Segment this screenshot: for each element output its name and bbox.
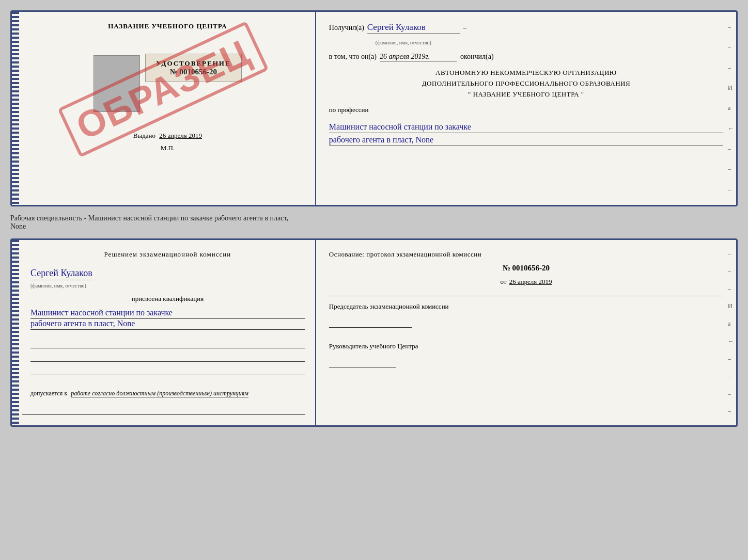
dash-4: И xyxy=(728,84,734,92)
bdash-7: – xyxy=(728,355,734,363)
photo-placeholder xyxy=(93,55,140,112)
middle-text-line1: Рабочая специальность - Машинист насосно… xyxy=(10,214,288,222)
dopusk-prefix: допускается к xyxy=(30,390,67,397)
okonchil-text: окончил(а) xyxy=(460,53,494,61)
bottom-name: Сергей Кулаков xyxy=(30,268,92,280)
udostoverenie-number: № 0010656-20 xyxy=(156,68,230,76)
predsedatel-signature xyxy=(329,315,412,328)
protocol-date: от 26 апреля 2019 xyxy=(329,278,723,286)
profession-line2: рабочего агента в пласт, None xyxy=(329,135,723,146)
org-line1: АВТОНОМНУЮ НЕКОММЕРЧЕСКУЮ ОРГАНИЗАЦИЮ xyxy=(329,68,723,78)
profession-label: по профессии xyxy=(329,106,723,114)
bdash-6: ← xyxy=(728,338,734,345)
vtom-date: 26 апреля 2019г. xyxy=(380,53,457,61)
separator-line xyxy=(329,295,723,296)
dash-8: – xyxy=(728,165,734,173)
profession-line1: Машинист насосной станции по закачке xyxy=(329,122,723,133)
poluchil-name: Сергей Кулаков xyxy=(367,22,460,34)
bottom-name-block: Сергей Кулаков (фамилия, имя, отчество) xyxy=(22,268,305,290)
mp-label: М.П. xyxy=(152,144,175,152)
dopuskaetsya-block: допускается к работе согласно должностны… xyxy=(22,385,305,397)
blank-line-2 xyxy=(30,353,305,362)
document-container: НАЗВАНИЕ УЧЕБНОГО ЦЕНТРА ОБРАЗЕЦ УДОСТОВ… xyxy=(10,10,738,427)
org-line3: " НАЗВАНИЕ УЧЕБНОГО ЦЕНТРА " xyxy=(329,89,723,100)
bdash-9: – xyxy=(728,390,734,398)
dash-6: ← xyxy=(728,125,734,133)
name-hint-text: (фамилия, имя, отчество) xyxy=(376,40,431,45)
rukovodit-block: Руководитель учебного Центра xyxy=(329,341,723,367)
predsedatel-label: Председатель экзаменационной комиссии xyxy=(329,302,449,310)
protocol-date-value: 26 апреля 2019 xyxy=(509,278,552,285)
poluchil-dash: – xyxy=(463,24,466,32)
name-hint-top: (фамилия, имя, отчество) xyxy=(376,37,723,46)
prisvoena-label: присвоена квалификация xyxy=(22,295,305,303)
bottom-right-dashes: – – – И а ← – – – – xyxy=(726,240,736,425)
vtom-prefix: в том, что он(а) xyxy=(329,53,377,61)
dash-7: – xyxy=(728,145,734,153)
bdash-3: – xyxy=(728,285,734,293)
kvalif-line1: Машинист насосной станции по закачке xyxy=(30,308,305,319)
udostoverenie-label: УДОСТОВЕРЕНИЕ xyxy=(156,59,230,68)
blank-line-3 xyxy=(30,366,305,375)
underlines-block xyxy=(22,339,305,379)
vydano-line: Выдано 26 апреля 2019 xyxy=(125,126,202,140)
bottom-name-hint: (фамилия, имя, отчество) xyxy=(30,283,86,289)
dash-9: – xyxy=(728,186,734,194)
dopusk-line xyxy=(22,406,305,415)
poluchil-prefix: Получил(а) xyxy=(329,24,364,32)
middle-text-line2: None xyxy=(10,222,26,230)
komissia-title: Решением экзаменационной комиссии xyxy=(22,250,305,259)
bdash-5: а xyxy=(728,320,734,328)
right-dashes: – – – И а ← – – – xyxy=(726,12,736,205)
osnov-title: Основание: протокол экзаменационной коми… xyxy=(329,250,723,259)
rukovodit-signature xyxy=(329,355,396,367)
predsedatel-block: Председатель экзаменационной комиссии xyxy=(329,301,723,328)
vydano-prefix: Выдано xyxy=(133,132,155,139)
vydano-date: 26 апреля 2019 xyxy=(159,132,202,139)
protocol-date-prefix: от xyxy=(500,278,506,285)
dash-5: а xyxy=(728,104,734,112)
blank-line-1 xyxy=(30,339,305,348)
cert-bottom-right: Основание: протокол экзаменационной коми… xyxy=(316,240,736,425)
dash-2: – xyxy=(728,43,734,51)
protocol-number: № 0010656-20 xyxy=(329,264,723,273)
bdash-4: И xyxy=(728,302,734,310)
bottom-certificate: Решением экзаменационной комиссии Сергей… xyxy=(10,238,738,427)
bdash-8: – xyxy=(728,373,734,380)
middle-text: Рабочая специальность - Машинист насосно… xyxy=(10,212,738,233)
bdash-10: – xyxy=(728,407,734,415)
dash-1: – xyxy=(728,23,734,31)
cert-left: НАЗВАНИЕ УЧЕБНОГО ЦЕНТРА ОБРАЗЕЦ УДОСТОВ… xyxy=(12,12,316,205)
top-certificate: НАЗВАНИЕ УЧЕБНОГО ЦЕНТРА ОБРАЗЕЦ УДОСТОВ… xyxy=(10,10,738,206)
org-line2: ДОПОЛНИТЕЛЬНОГО ПРОФЕССИОНАЛЬНОГО ОБРАЗО… xyxy=(329,78,723,89)
cert-right: Получил(а) Сергей Кулаков – (фамилия, им… xyxy=(316,12,736,205)
cert-top-title: НАЗВАНИЕ УЧЕБНОГО ЦЕНТРА xyxy=(100,22,227,30)
bdash-2: – xyxy=(728,267,734,275)
kvalif-line2: рабочего агента в пласт, None xyxy=(30,319,305,330)
rukovodit-label: Руководитель учебного Центра xyxy=(329,342,418,350)
bdash-1: – xyxy=(728,250,734,258)
dash-3: – xyxy=(728,64,734,72)
vtom-line: в том, что он(а) 26 апреля 2019г. окончи… xyxy=(329,53,723,61)
udostoverenie-block: УДОСТОВЕРЕНИЕ № 0010656-20 xyxy=(145,54,241,82)
poluchil-line: Получил(а) Сергей Кулаков – xyxy=(329,22,723,34)
left-border-pattern-bottom xyxy=(12,240,19,425)
profession-lines: Машинист насосной станции по закачке раб… xyxy=(329,120,723,146)
cert-bottom-left: Решением экзаменационной комиссии Сергей… xyxy=(12,240,316,425)
dopusk-text: работе согласно должностным (производств… xyxy=(71,390,248,397)
org-block: АВТОНОМНУЮ НЕКОММЕРЧЕСКУЮ ОРГАНИЗАЦИЮ ДО… xyxy=(329,68,723,100)
bottom-kvalif-block: Машинист насосной станции по закачке раб… xyxy=(22,308,305,330)
left-border-pattern xyxy=(12,12,19,205)
